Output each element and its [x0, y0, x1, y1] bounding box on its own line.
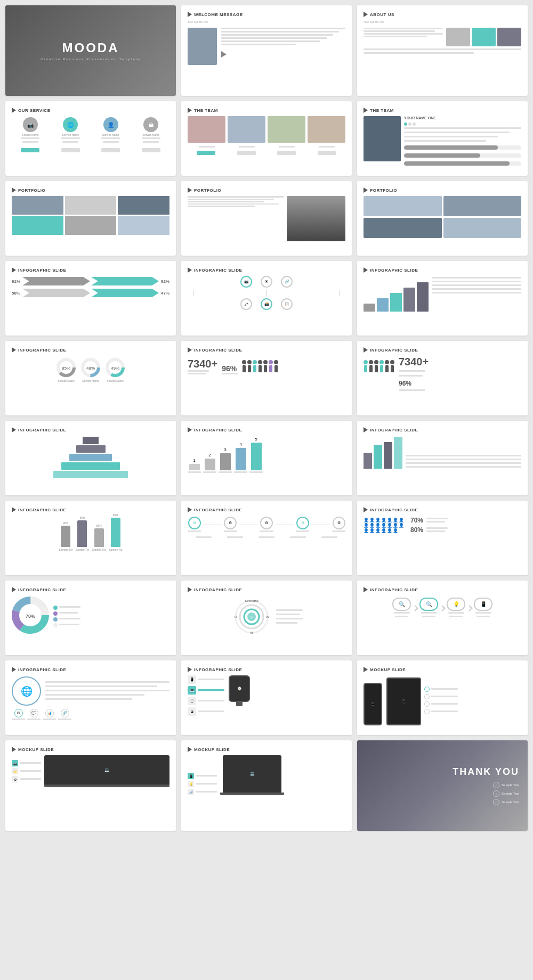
- info9-text: [406, 455, 521, 469]
- service-btn-1[interactable]: [21, 148, 39, 152]
- legend-item-1: [53, 606, 80, 610]
- pp-p20: 👤: [393, 528, 398, 533]
- slide-mockup2: MOCKUP SLIDE 📷 📁 ⚙ 💻: [5, 740, 176, 831]
- mockup1-content: 📱 📱: [364, 675, 521, 725]
- slide-arrow-icon: [188, 267, 192, 273]
- service-icons: 📷 Service Name 🌐 Service Name 👤 Service …: [12, 117, 169, 144]
- slide-team2-title: THE TEAM: [364, 108, 521, 113]
- slide-info17: INFOGRAPHIC SLIDE 📱 💻 ⌚ 🖥: [181, 660, 352, 735]
- team-btn-2[interactable]: [237, 151, 256, 155]
- service-icon-mountain: 🏔: [143, 117, 158, 132]
- team-photo-2: [228, 116, 265, 143]
- service-item-1: 📷 Service Name: [21, 117, 39, 144]
- svg-text:M: M: [251, 631, 253, 634]
- slide-welcome-title: WELCOME MESSAGE: [188, 12, 345, 17]
- mockup2-icon-1: 📷: [12, 760, 41, 766]
- pp-stat-1: 70%: [410, 517, 448, 524]
- team2-info: YOUR NAME ONE: [404, 116, 521, 166]
- service-btn-4[interactable]: [142, 148, 160, 152]
- globe-icon-2: 💬: [27, 709, 41, 721]
- service-btn-3[interactable]: [101, 148, 120, 152]
- pp-p13: 👤: [393, 523, 398, 528]
- team-photos: [188, 116, 345, 143]
- stair-chart: [364, 282, 429, 312]
- laptop-base: [44, 785, 169, 787]
- pp-p8: 👤: [364, 523, 369, 528]
- mockup2-content: 📷 📁 ⚙ 💻: [12, 755, 169, 787]
- info8-steps: 1 2 3 4 5: [188, 437, 345, 474]
- vbar-label-4: 65%: [113, 513, 118, 517]
- globe-icon: 🌐: [12, 676, 41, 706]
- pp-num-2: 80%: [410, 526, 423, 534]
- vbar-label-3: 58%: [96, 524, 102, 527]
- search-shape-3: 💡: [447, 598, 465, 611]
- team-btn-1[interactable]: [197, 151, 215, 155]
- person-6: [269, 360, 273, 372]
- person-t3: [374, 360, 378, 372]
- stair-col-3: [390, 293, 402, 312]
- slide-arrow-icon: [364, 347, 368, 353]
- slide-welcome-sub: Your Subtitle Text: [188, 20, 345, 23]
- donut-item-2: 48% Service Name: [80, 357, 101, 382]
- flow-item-2: ⚙: [224, 517, 237, 533]
- info1-val2: 92%: [161, 279, 169, 284]
- mockup2-icon-3: ⚙: [12, 776, 41, 782]
- info13-pie: 70%: [12, 597, 49, 636]
- watch-area: ⌚: [229, 675, 250, 706]
- flow-line-4: [311, 525, 330, 525]
- search-arrow-3: [466, 605, 472, 611]
- team-btn-4[interactable]: [318, 151, 336, 155]
- stair-col-2: [377, 298, 389, 312]
- info5-people: [242, 360, 278, 372]
- text-line: [221, 37, 327, 39]
- thankyou-title: THANK YOU: [453, 766, 519, 778]
- ty-label-2: Sample Text: [502, 792, 519, 795]
- vbar-1: [61, 526, 70, 547]
- slide-arrow-icon: [188, 12, 192, 17]
- pp-p19: 👤: [387, 528, 392, 533]
- vbar-3: [94, 528, 104, 547]
- people-percent: 👤 👤 👤 👤 👤 👤 👤 👤 👤 👤 👤 👤 👤 👤 👤 👤 👤 👤 👤: [364, 517, 521, 534]
- search-item-4: 📱: [474, 598, 492, 618]
- pyramid-row-1: [83, 437, 99, 444]
- step-num-4: 4: [239, 442, 241, 447]
- info1-val4: 47%: [161, 291, 169, 296]
- search-flow: 🔍 🔍 💡 📱: [364, 598, 521, 618]
- ty-icon-2: ○: [493, 790, 499, 797]
- slide-info2-title: INFOGRAPHIC SLIDE: [188, 267, 345, 273]
- pp-p10: 👤: [375, 523, 381, 528]
- pp-stat-2: 80%: [410, 526, 448, 534]
- stair-col-1: [364, 304, 375, 312]
- slide-info13: INFOGRAPHIC SLIDE 70%: [5, 581, 176, 655]
- port-img-1: [12, 196, 63, 215]
- svg-text:W: W: [266, 615, 269, 618]
- bar3d-group: [364, 437, 402, 469]
- port2-text: [188, 196, 284, 241]
- conn-circle-4: 🖊: [240, 298, 252, 310]
- pp-p4: 👤: [381, 518, 386, 522]
- port-img-3: [118, 196, 169, 215]
- slide-service-title: OUR SERVICE: [12, 108, 169, 113]
- vbar-name-1: Sample Txt: [59, 548, 72, 551]
- service-btn-2[interactable]: [61, 148, 80, 152]
- vbar-item-3: 58% Sample Txt: [92, 524, 106, 551]
- portfolio2-content: [188, 196, 345, 241]
- mockup2-icon-2: 📁: [12, 768, 41, 774]
- team-btn-3[interactable]: [277, 151, 296, 155]
- slide-info10-title: INFOGRAPHIC SLIDE: [12, 507, 169, 512]
- watch-strap-bottom: [236, 702, 243, 706]
- flow-item-1: ⚙: [188, 517, 201, 533]
- flow-item-5: ⚙: [332, 517, 345, 533]
- flow-icon-4: ⚙: [296, 517, 309, 529]
- vbar-name-2: Sample Txt: [76, 548, 89, 551]
- bar3d-2: [374, 445, 382, 469]
- stair-col-5: [417, 282, 429, 312]
- info6-stats: 7340+ 96%: [399, 356, 429, 392]
- vbar-item-2: 89% Sample Txt: [76, 516, 89, 551]
- about-content: [364, 28, 521, 46]
- vbar-name-4: Sample Txt: [109, 548, 122, 551]
- slide-info16-title: INFOGRAPHIC SLIDE: [12, 667, 169, 672]
- device-icon-1: 📱: [188, 675, 196, 684]
- globe-info: 🌐: [12, 676, 169, 706]
- team2-photo: [364, 116, 401, 161]
